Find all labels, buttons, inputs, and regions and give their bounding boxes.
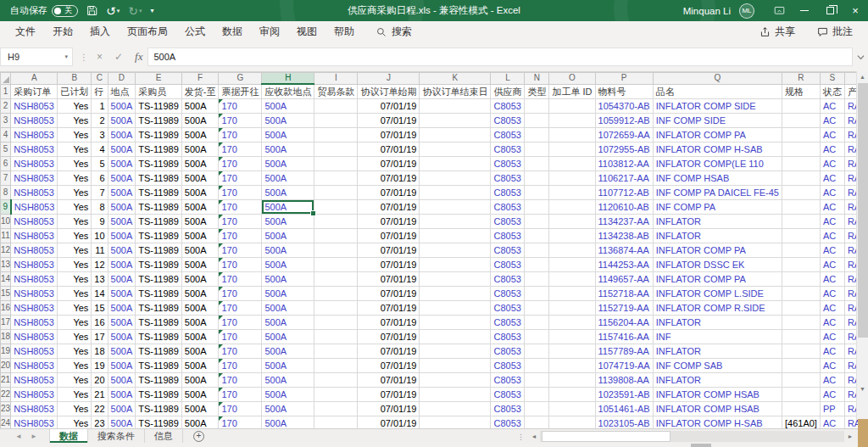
cell-K7[interactable]	[420, 171, 491, 186]
cell-Q2[interactable]: INFLATOR COMP SIDE	[653, 99, 782, 114]
cell-H5[interactable]: 500A	[262, 142, 314, 157]
cell-J4[interactable]: 07/01/19	[358, 128, 420, 142]
expand-formula-bar-icon[interactable]	[853, 53, 868, 61]
cell-Q10[interactable]: INFLATOR	[653, 215, 782, 229]
cell-G24[interactable]: 170	[219, 416, 262, 429]
cell-B12[interactable]: Yes	[58, 243, 92, 258]
cell-D11[interactable]: 500A	[108, 229, 136, 243]
column-header-K[interactable]: K	[420, 73, 491, 85]
cell-L20[interactable]: C8053	[491, 359, 525, 373]
sheet-tab-2[interactable]: 信息	[145, 429, 183, 443]
header-cell-R1[interactable]: 规格	[782, 84, 820, 99]
cell-D7[interactable]: 500A	[108, 171, 136, 186]
cell-G3[interactable]: 170	[219, 114, 262, 128]
cell-A13[interactable]: NSH8053	[11, 258, 58, 272]
cell-I17[interactable]	[314, 316, 358, 330]
cell-S5[interactable]: AC	[820, 142, 844, 157]
cell-C20[interactable]: 19	[92, 359, 108, 373]
cell-L5[interactable]: C8053	[491, 142, 525, 157]
header-cell-S1[interactable]: 状态	[820, 84, 844, 99]
cell-R6[interactable]	[782, 157, 820, 171]
cell-E22[interactable]: TS-11989	[136, 388, 182, 402]
cell-C13[interactable]: 12	[92, 258, 108, 272]
row-header[interactable]: 9	[1, 200, 11, 215]
cell-O19[interactable]	[549, 344, 595, 359]
cell-B15[interactable]: Yes	[58, 287, 92, 301]
column-header-D[interactable]: D	[108, 73, 136, 85]
cell-H19[interactable]: 500A	[262, 344, 314, 359]
cell-G19[interactable]: 170	[219, 344, 262, 359]
cell-E15[interactable]: TS-11989	[136, 287, 182, 301]
cell-B16[interactable]: Yes	[58, 301, 92, 316]
cell-Q19[interactable]: INFLATOR	[653, 344, 782, 359]
cell-F13[interactable]: 500A	[181, 258, 219, 272]
cell-E4[interactable]: TS-11989	[136, 128, 182, 142]
cell-L6[interactable]: C8053	[491, 157, 525, 171]
cell-Q17[interactable]: INFLATOR	[653, 316, 782, 330]
cell-C23[interactable]: 22	[92, 402, 108, 416]
column-header-S[interactable]: S	[820, 73, 844, 85]
cell-F19[interactable]: 500A	[181, 344, 219, 359]
cell-K2[interactable]	[420, 99, 491, 114]
cell-I24[interactable]	[314, 416, 358, 429]
cell-F4[interactable]: 500A	[181, 128, 219, 142]
cell-D4[interactable]: 500A	[108, 128, 136, 142]
cell-A9[interactable]: NSH8053	[11, 200, 58, 215]
cell-L14[interactable]: C8053	[491, 272, 525, 287]
cell-N18[interactable]	[525, 330, 549, 344]
cell-G5[interactable]: 170	[219, 142, 262, 157]
vertical-scrollbar[interactable]: ▲ ▼	[856, 71, 868, 420]
cell-G23[interactable]: 170	[219, 402, 262, 416]
cell-S13[interactable]: AC	[820, 258, 844, 272]
cell-D23[interactable]: 500A	[108, 402, 136, 416]
cell-E11[interactable]: TS-11989	[136, 229, 182, 243]
cell-P5[interactable]: 1072955-AB	[595, 142, 653, 157]
cell-E9[interactable]: TS-11989	[136, 200, 182, 215]
cell-D14[interactable]: 500A	[108, 272, 136, 287]
cell-Q7[interactable]: INF COMP HSAB	[653, 171, 782, 186]
cell-I5[interactable]	[314, 142, 358, 157]
cell-N9[interactable]	[525, 200, 549, 215]
cell-A23[interactable]: NSH8053	[11, 402, 58, 416]
cell-K15[interactable]	[420, 287, 491, 301]
cell-B13[interactable]: Yes	[58, 258, 92, 272]
cell-P10[interactable]: 1134237-AA	[595, 215, 653, 229]
cell-J23[interactable]: 07/01/19	[358, 402, 420, 416]
cell-I3[interactable]	[314, 114, 358, 128]
cell-N20[interactable]	[525, 359, 549, 373]
cell-P11[interactable]: 1134238-AB	[595, 229, 653, 243]
cell-R5[interactable]	[782, 142, 820, 157]
cell-O10[interactable]	[549, 215, 595, 229]
cell-A22[interactable]: NSH8053	[11, 388, 58, 402]
cell-I2[interactable]	[314, 99, 358, 114]
cell-O15[interactable]	[549, 287, 595, 301]
menu-tab-page-layout[interactable]: 页面布局	[119, 21, 176, 42]
header-cell-A1[interactable]: 采购订单	[11, 84, 58, 99]
cell-A15[interactable]: NSH8053	[11, 287, 58, 301]
cell-Q20[interactable]: INF COMP SAB	[653, 359, 782, 373]
cell-F14[interactable]: 500A	[181, 272, 219, 287]
cell-Q5[interactable]: INFLATOR COMP H-SAB	[653, 142, 782, 157]
cell-E18[interactable]: TS-11989	[136, 330, 182, 344]
customize-qat-button[interactable]: ▾	[151, 8, 154, 14]
cell-Q13[interactable]: INFLATOR DSSC EK	[653, 258, 782, 272]
cell-J22[interactable]: 07/01/19	[358, 388, 420, 402]
cell-F10[interactable]: 500A	[181, 215, 219, 229]
cell-R17[interactable]	[782, 316, 820, 330]
row-header[interactable]: 20	[1, 359, 11, 373]
cell-D12[interactable]: 500A	[108, 243, 136, 258]
column-header-P[interactable]: P	[595, 73, 653, 85]
cell-G17[interactable]: 170	[219, 316, 262, 330]
cell-P13[interactable]: 1144253-AA	[595, 258, 653, 272]
cell-L11[interactable]: C8053	[491, 229, 525, 243]
cell-F24[interactable]: 500A	[181, 416, 219, 429]
cell-L17[interactable]: C8053	[491, 316, 525, 330]
cell-P2[interactable]: 1054370-AB	[595, 99, 653, 114]
cell-Q14[interactable]: INFLATOR COMP PA	[653, 272, 782, 287]
cell-B10[interactable]: Yes	[58, 215, 92, 229]
restore-button[interactable]	[817, 0, 843, 21]
cell-D19[interactable]: 500A	[108, 344, 136, 359]
scroll-up-icon[interactable]: ▲	[857, 71, 868, 82]
cell-P22[interactable]: 1023591-AB	[595, 388, 653, 402]
cell-S18[interactable]: AC	[820, 330, 844, 344]
